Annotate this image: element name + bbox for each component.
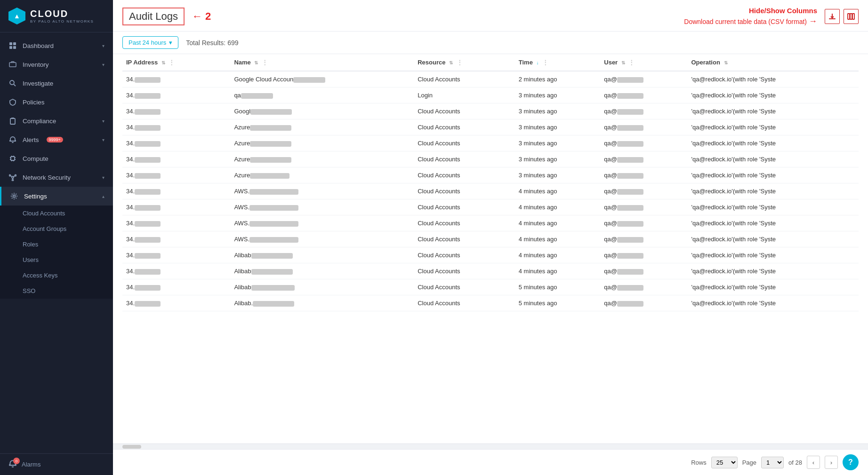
cell-time: 3 minutes ago bbox=[515, 135, 600, 151]
cell-operation: 'qa@redlock.io'(with role 'Syste bbox=[687, 103, 859, 119]
table-row: 34. Azure Cloud Accounts3 minutes agoqa@… bbox=[122, 167, 859, 183]
sort-user-icon[interactable]: ⇅ bbox=[621, 60, 625, 65]
sidebar-item-dashboard[interactable]: Dashboard ▾ bbox=[0, 36, 113, 55]
sidebar-item-alerts[interactable]: Alerts 9999+ ▾ bbox=[0, 130, 113, 149]
sort-time-icon[interactable]: ↓ bbox=[537, 60, 539, 65]
col-resize-handle[interactable]: ⋮ bbox=[457, 59, 463, 66]
col-user[interactable]: User ⇅ ⋮ bbox=[600, 54, 687, 71]
sidebar-item-sso[interactable]: SSO bbox=[0, 283, 113, 299]
cell-resource: Cloud Accounts bbox=[414, 263, 515, 279]
cell-operation: 'qa@redlock.io'(with role 'Syste bbox=[687, 263, 859, 279]
toggle-columns-button[interactable] bbox=[844, 9, 859, 24]
cell-time: 3 minutes ago bbox=[515, 103, 600, 119]
cell-time: 2 minutes ago bbox=[515, 71, 600, 87]
sidebar-item-roles[interactable]: Roles bbox=[0, 237, 113, 252]
svg-rect-8 bbox=[11, 157, 15, 160]
sidebar-item-users[interactable]: Users bbox=[0, 252, 113, 268]
sidebar-item-label: Alerts bbox=[23, 136, 39, 143]
cell-operation: 'qa@redlock.io'(with role 'Syste bbox=[687, 295, 859, 311]
rows-per-page-select[interactable]: 2550100 bbox=[711, 457, 738, 468]
help-button[interactable]: ? bbox=[843, 454, 859, 470]
cell-operation: 'qa@redlock.io'(with role 'Syste bbox=[687, 183, 859, 199]
col-resize-handle[interactable]: ⋮ bbox=[628, 59, 635, 66]
page-label: Page bbox=[742, 459, 756, 466]
sidebar-item-policies[interactable]: Policies bbox=[0, 93, 113, 111]
scroll-thumb[interactable] bbox=[122, 445, 141, 449]
sidebar-item-compute[interactable]: Compute bbox=[0, 149, 113, 168]
shield-icon bbox=[8, 98, 17, 106]
sort-name-icon[interactable]: ⇅ bbox=[254, 60, 258, 65]
horizontal-scrollbar[interactable] bbox=[113, 443, 868, 449]
page-title: Audit Logs bbox=[122, 8, 185, 25]
cell-name: Azure bbox=[230, 135, 414, 151]
svg-point-11 bbox=[15, 175, 16, 176]
cell-ip: 34. bbox=[122, 279, 230, 295]
cell-user: qa@ bbox=[600, 215, 687, 231]
col-resize-handle[interactable]: ⋮ bbox=[169, 59, 175, 66]
cell-user: qa@ bbox=[600, 151, 687, 167]
prev-page-button[interactable]: ‹ bbox=[807, 456, 820, 469]
controls-row: Past 24 hours ▾ Total Results: 699 bbox=[113, 32, 868, 54]
col-resize-handle[interactable]: ⋮ bbox=[542, 59, 548, 66]
alarms-area[interactable]: 0 Alarms bbox=[0, 453, 113, 475]
cell-time: 3 minutes ago bbox=[515, 87, 600, 103]
prev-icon: ‹ bbox=[812, 459, 814, 466]
time-filter-button[interactable]: Past 24 hours ▾ bbox=[122, 36, 178, 49]
cell-time: 4 minutes ago bbox=[515, 231, 600, 247]
table-row: 34. Google Cloud Accoun Cloud Accounts2 … bbox=[122, 71, 859, 87]
cell-ip: 34. bbox=[122, 215, 230, 231]
next-page-button[interactable]: › bbox=[825, 456, 838, 469]
alarm-count: 0 bbox=[13, 458, 20, 464]
sort-operation-icon[interactable]: ⇅ bbox=[724, 60, 728, 65]
sidebar-item-network-security[interactable]: Network Security ▾ bbox=[0, 168, 113, 187]
sidebar-item-investigate[interactable]: Investigate bbox=[0, 74, 113, 93]
sort-resource-icon[interactable]: ⇅ bbox=[449, 60, 453, 65]
download-csv-button[interactable] bbox=[825, 9, 840, 24]
alarm-bell: 0 bbox=[8, 459, 17, 469]
cell-name: AWS. bbox=[230, 183, 414, 199]
cell-name: Alibab bbox=[230, 247, 414, 263]
sidebar-item-inventory[interactable]: Inventory ▾ bbox=[0, 55, 113, 74]
gear-icon bbox=[10, 192, 18, 200]
col-name[interactable]: Name ⇅ ⋮ bbox=[230, 54, 414, 71]
col-name-label: Name bbox=[234, 59, 250, 66]
col-ip-address[interactable]: IP Address ⇅ ⋮ bbox=[122, 54, 230, 71]
sidebar-item-compliance[interactable]: Compliance ▾ bbox=[0, 111, 113, 130]
sidebar-item-label: Inventory bbox=[23, 61, 49, 68]
table-row: 34. AWS. Cloud Accounts4 minutes agoqa@ … bbox=[122, 199, 859, 215]
cell-operation: 'qa@redlock.io'(with role 'Syste bbox=[687, 151, 859, 167]
chevron-icon: ▾ bbox=[102, 119, 104, 124]
cell-ip: 34. bbox=[122, 151, 230, 167]
sort-ip-icon[interactable]: ⇅ bbox=[161, 60, 165, 65]
inventory-icon bbox=[8, 60, 17, 69]
cell-name: Google Cloud Accoun bbox=[230, 71, 414, 87]
topbar-right: Hide/Show Columns Download current table… bbox=[684, 7, 859, 26]
cell-name: Alibab bbox=[230, 279, 414, 295]
col-operation-label: Operation bbox=[691, 59, 720, 66]
svg-rect-1 bbox=[13, 42, 16, 45]
network-icon bbox=[8, 173, 17, 182]
col-resize-handle[interactable]: ⋮ bbox=[262, 59, 268, 66]
annotation-hide-show: Hide/Show Columns bbox=[684, 7, 817, 15]
cell-user: qa@ bbox=[600, 71, 687, 87]
sidebar-item-account-groups[interactable]: Account Groups bbox=[0, 221, 113, 237]
svg-line-13 bbox=[10, 176, 12, 177]
cell-resource: Cloud Accounts bbox=[414, 167, 515, 183]
sidebar-item-cloud-accounts[interactable]: Cloud Accounts bbox=[0, 206, 113, 221]
sidebar: ▲ CLOUD BY PALO ALTO NETWORKS Dashboard … bbox=[0, 0, 113, 475]
col-resource[interactable]: Resource ⇅ ⋮ bbox=[414, 54, 515, 71]
svg-rect-0 bbox=[9, 42, 12, 45]
col-time[interactable]: Time ↓ ⋮ bbox=[515, 54, 600, 71]
sidebar-item-label: Dashboard bbox=[23, 42, 54, 49]
col-operation[interactable]: Operation ⇅ bbox=[687, 54, 859, 71]
chevron-icon: ▴ bbox=[102, 194, 104, 199]
page-number-select[interactable]: 12 bbox=[761, 457, 784, 468]
col-resource-label: Resource bbox=[418, 59, 445, 66]
cell-user: qa@ bbox=[600, 183, 687, 199]
sidebar-item-settings[interactable]: Settings ▴ bbox=[0, 187, 113, 206]
svg-point-5 bbox=[10, 80, 14, 85]
sidebar-item-access-keys[interactable]: Access Keys bbox=[0, 268, 113, 283]
sidebar-item-label: Compliance bbox=[23, 118, 56, 125]
cell-time: 4 minutes ago bbox=[515, 263, 600, 279]
cell-ip: 34. bbox=[122, 199, 230, 215]
